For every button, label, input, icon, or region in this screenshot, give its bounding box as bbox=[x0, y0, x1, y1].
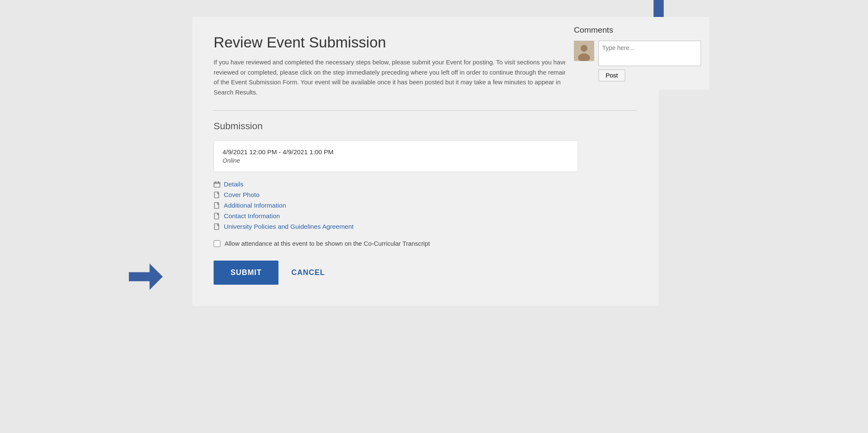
svg-rect-4 bbox=[214, 182, 220, 187]
list-item-contact-info: Contact Information bbox=[214, 212, 637, 219]
page-wrapper: Review Event Submission If you have revi… bbox=[159, 17, 709, 306]
comment-input-row bbox=[574, 41, 701, 66]
section-title: Submission bbox=[214, 121, 637, 132]
svg-rect-10 bbox=[214, 213, 219, 219]
attendance-checkbox-row: Allow attendance at this event to be sho… bbox=[214, 240, 637, 247]
submission-location: Online bbox=[223, 157, 569, 164]
list-item-university-policies: University Policies and Guidelines Agree… bbox=[214, 223, 637, 230]
svg-rect-8 bbox=[214, 192, 219, 198]
list-item-additional-info: Additional Information bbox=[214, 202, 637, 209]
post-button[interactable]: Post bbox=[598, 69, 625, 81]
arrow-right-decoration bbox=[129, 264, 163, 293]
calendar-icon bbox=[214, 181, 220, 188]
comments-panel: Comments Post bbox=[565, 17, 709, 90]
list-item-details: Details bbox=[214, 180, 637, 188]
cover-photo-link[interactable]: Cover Photo bbox=[224, 191, 259, 198]
comment-textarea[interactable] bbox=[598, 41, 701, 66]
contact-info-link[interactable]: Contact Information bbox=[224, 212, 280, 219]
doc-icon-contact bbox=[214, 213, 220, 219]
submission-date: 4/9/2021 12:00 PM - 4/9/2021 1:00 PM bbox=[223, 148, 569, 155]
list-item-cover-photo: Cover Photo bbox=[214, 191, 637, 198]
attendance-checkbox-label: Allow attendance at this event to be sho… bbox=[225, 240, 430, 247]
svg-rect-2 bbox=[129, 272, 151, 281]
submit-button[interactable]: SUBMIT bbox=[214, 261, 278, 285]
section-divider bbox=[214, 110, 637, 111]
svg-rect-9 bbox=[214, 203, 219, 208]
submission-links-list: Details Cover Photo Addi bbox=[214, 180, 637, 230]
doc-icon-policies bbox=[214, 223, 220, 230]
university-policies-link[interactable]: University Policies and Guidelines Agree… bbox=[224, 223, 353, 230]
cancel-button[interactable]: CANCEL bbox=[291, 268, 325, 277]
actions-row: SUBMIT CANCEL bbox=[214, 261, 637, 285]
doc-icon-additional bbox=[214, 202, 220, 209]
details-link[interactable]: Details bbox=[224, 180, 243, 188]
page-description: If you have reviewed and completed the n… bbox=[214, 58, 578, 97]
submission-box: 4/9/2021 12:00 PM - 4/9/2021 1:00 PM Onl… bbox=[214, 140, 578, 172]
svg-point-13 bbox=[581, 45, 587, 52]
comments-title: Comments bbox=[574, 25, 701, 35]
svg-rect-11 bbox=[214, 224, 219, 230]
doc-icon-cover bbox=[214, 192, 220, 198]
additional-info-link[interactable]: Additional Information bbox=[224, 202, 286, 209]
attendance-checkbox[interactable] bbox=[214, 240, 220, 247]
svg-marker-3 bbox=[150, 264, 163, 290]
avatar bbox=[574, 41, 594, 61]
